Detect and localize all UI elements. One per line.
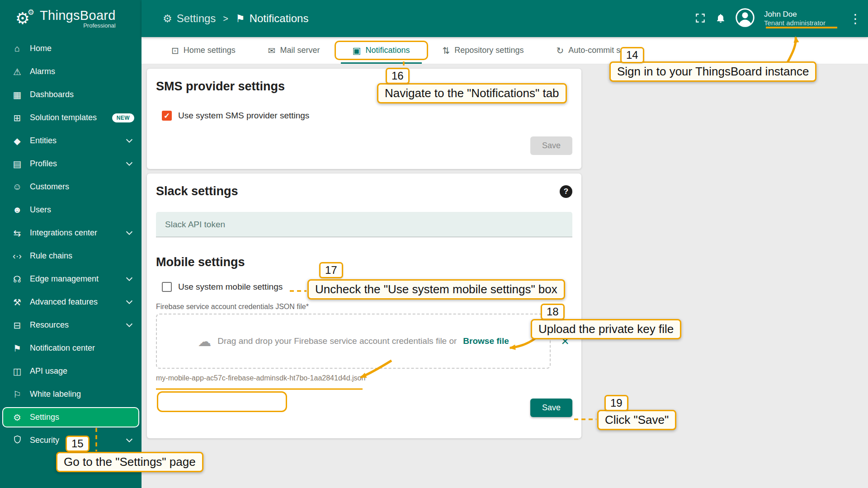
- thingsboard-logo-icon: ⚙ ⚙: [10, 7, 35, 30]
- help-button[interactable]: ?: [560, 185, 572, 198]
- breadcrumb-settings-label: Settings: [177, 12, 216, 25]
- sidebar-item-advanced-features[interactable]: ⚒ Advanced features: [0, 291, 142, 314]
- sidebar-item-white-labeling[interactable]: ⚐ White labeling: [0, 383, 142, 406]
- firebase-file-label: Firebase service account credentials JSO…: [156, 303, 572, 311]
- slack-settings-title: Slack settings: [156, 184, 238, 198]
- sidebar-item-home[interactable]: ⌂ Home: [0, 37, 142, 60]
- breadcrumb-separator: >: [223, 14, 228, 24]
- dashboards-icon: ▦: [11, 89, 23, 100]
- sidebar-item-api-usage[interactable]: ◫ API usage: [0, 360, 142, 383]
- step-14-callout: Sign in to your ThingsBoard instance: [609, 61, 816, 82]
- sidebar-item-label: Settings: [30, 413, 59, 422]
- app-logo[interactable]: ⚙ ⚙ ThingsBoard Professional: [0, 0, 142, 37]
- chevron-down-icon: [126, 229, 132, 235]
- chevron-down-icon: [126, 275, 132, 281]
- repository-icon: ⇅: [443, 45, 450, 56]
- settings-content: SMS provider settings ✓ Use system SMS p…: [142, 64, 868, 488]
- logo-gear-small-icon: ⚙: [28, 8, 34, 17]
- sms-checkbox-label: Use system SMS provider settings: [178, 111, 309, 121]
- sidebar-item-edge-management[interactable]: ☊ Edge management: [0, 267, 142, 291]
- user-info[interactable]: John Doe Tenant administrator: [764, 9, 840, 28]
- sidebar-item-rule-chains[interactable]: ‹·› Rule chains: [0, 244, 142, 267]
- sidebar-item-customers[interactable]: ☺ Customers: [0, 175, 142, 198]
- tab-repository-settings[interactable]: ⇅ Repository settings: [426, 37, 540, 64]
- breadcrumb-notifications[interactable]: ⚑ Notifications: [236, 12, 308, 25]
- mobile-checkbox-label: Use system mobile settings: [178, 282, 283, 292]
- browse-file-link[interactable]: Browse file: [463, 336, 509, 346]
- file-dropzone[interactable]: ☁ Drag and drop your Firebase service ac…: [156, 314, 551, 369]
- sidebar-item-users[interactable]: ☻ Users: [0, 198, 142, 221]
- chat-bubble-icon: ▣: [353, 45, 361, 56]
- chevron-down-icon: [126, 321, 132, 327]
- upload-cloud-icon: ☁: [198, 333, 211, 349]
- sidebar-item-label: API usage: [30, 366, 67, 376]
- help-icon: ?: [564, 187, 568, 196]
- step-18-callout: Upload the private key file: [531, 319, 681, 339]
- profiles-icon: ▤: [11, 159, 23, 169]
- sidebar-item-resources[interactable]: ⊟ Resources: [0, 314, 142, 337]
- dropzone-text: Drag and drop your Firebase service acco…: [217, 336, 457, 346]
- security-shield-icon: [11, 435, 23, 446]
- sidebar-item-label: Advanced features: [30, 297, 98, 307]
- kebab-menu-icon: ⋮: [849, 11, 862, 26]
- sidebar-item-label: Solution templates: [30, 113, 97, 122]
- step-19-number: 19: [604, 395, 628, 411]
- step-17-number: 17: [319, 262, 343, 278]
- notifications-bell-button[interactable]: [715, 12, 726, 25]
- sidebar-item-label: Security: [30, 436, 59, 445]
- auto-commit-icon: ↻: [556, 45, 564, 56]
- notification-center-icon: ⚑: [11, 343, 23, 354]
- integrations-icon: ⇆: [11, 228, 23, 239]
- sidebar-item-label: Users: [30, 205, 51, 215]
- more-menu-button[interactable]: ⋮: [849, 11, 862, 26]
- sms-save-button[interactable]: Save: [530, 136, 572, 155]
- mobile-system-checkbox[interactable]: [162, 282, 172, 292]
- top-bar: ⚙ Settings > ⚑ Notifications: [142, 0, 868, 37]
- brand-text: ThingsBoard Professional: [40, 8, 116, 29]
- breadcrumb-notifications-label: Notifications: [250, 12, 309, 25]
- breadcrumb: ⚙ Settings > ⚑ Notifications: [163, 12, 308, 25]
- mail-icon: ✉: [268, 45, 276, 56]
- tab-mail-server[interactable]: ✉ Mail server: [252, 37, 336, 64]
- chevron-down-icon: [126, 298, 132, 304]
- user-name: John Doe: [764, 9, 840, 19]
- sidebar-item-profiles[interactable]: ▤ Profiles: [0, 152, 142, 175]
- gear-icon: ⚙: [163, 13, 172, 25]
- sidebar-item-settings[interactable]: ⚙ Settings: [2, 407, 139, 427]
- api-usage-icon: ◫: [11, 366, 23, 377]
- resources-icon: ⊟: [11, 320, 23, 331]
- chevron-down-icon: [126, 160, 132, 166]
- sidebar-item-dashboards[interactable]: ▦ Dashboards: [0, 83, 142, 106]
- step-16-number: 16: [386, 68, 410, 84]
- slack-api-token-input[interactable]: [156, 212, 572, 237]
- sidebar-item-label: Entities: [30, 136, 57, 145]
- firebase-drop-row: ☁ Drag and drop your Firebase service ac…: [156, 314, 572, 369]
- sidebar-item-entities[interactable]: ◆ Entities: [0, 129, 142, 152]
- sidebar-nav: ⌂ Home ⚠ Alarms ▦ Dashboards ⊞ Solution …: [0, 37, 142, 488]
- white-labeling-icon: ⚐: [11, 389, 23, 400]
- sidebar-item-label: Rule chains: [30, 251, 72, 261]
- edge-management-icon: ☊: [11, 274, 23, 285]
- home-icon: ⌂: [11, 43, 23, 54]
- tab-notifications[interactable]: ▣ Notifications: [336, 37, 426, 64]
- tab-home-settings[interactable]: ⊡ Home settings: [155, 37, 252, 64]
- brand-name: ThingsBoard: [40, 8, 116, 23]
- sidebar-item-alarms[interactable]: ⚠ Alarms: [0, 60, 142, 83]
- sidebar-item-solution-templates[interactable]: ⊞ Solution templates NEW: [0, 106, 142, 129]
- sidebar-item-notification-center[interactable]: ⚑ Notification center: [0, 337, 142, 360]
- fullscreen-button[interactable]: [694, 12, 706, 25]
- sms-system-checkbox-row[interactable]: ✓ Use system SMS provider settings: [156, 111, 572, 121]
- sms-system-checkbox[interactable]: ✓: [162, 111, 172, 121]
- sidebar-item-label: Resources: [30, 320, 69, 330]
- breadcrumb-settings[interactable]: ⚙ Settings: [163, 12, 216, 25]
- rule-chains-icon: ‹·›: [11, 251, 23, 261]
- step-14-number: 14: [620, 47, 644, 63]
- sidebar-item-integrations-center[interactable]: ⇆ Integrations center: [0, 221, 142, 244]
- sidebar-item-label: Profiles: [30, 159, 57, 169]
- step-16-callout: Navigate to the "Notifications" tab: [377, 83, 567, 103]
- solution-templates-icon: ⊞: [11, 113, 23, 123]
- sidebar-item-label: Notification center: [30, 343, 95, 353]
- sidebar-item-label: White labeling: [30, 389, 81, 399]
- mobile-save-button[interactable]: Save: [530, 399, 572, 417]
- user-avatar[interactable]: [735, 8, 755, 29]
